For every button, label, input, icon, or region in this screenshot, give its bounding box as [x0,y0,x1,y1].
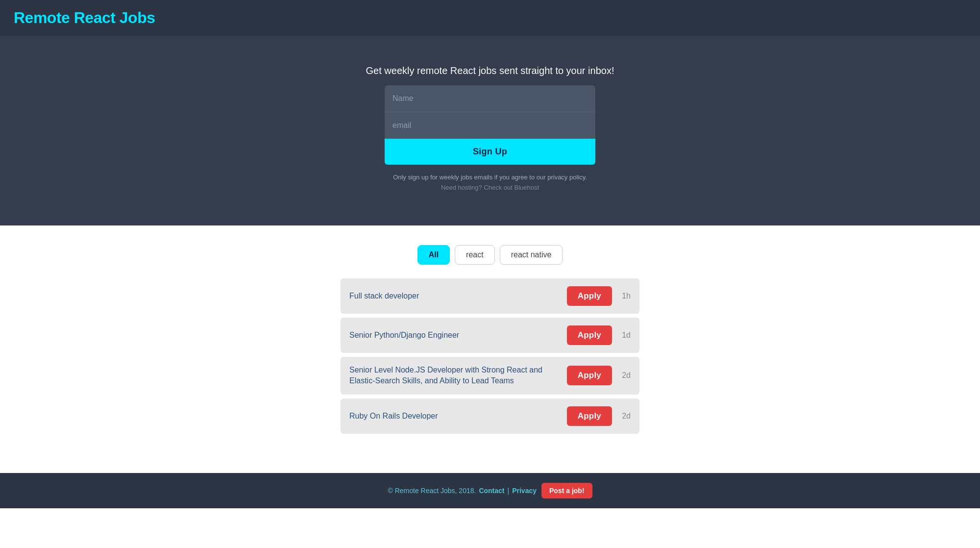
job-age: 1h [617,292,631,300]
job-age: 1d [617,331,631,340]
job-card: Ruby On Rails DeveloperApply2d [341,399,639,434]
hero-section: Get weekly remote React jobs sent straig… [0,36,980,225]
job-title: Senior Python/Django Engineer [349,330,561,341]
job-title: Ruby On Rails Developer [349,411,561,422]
footer-privacy-link[interactable]: Privacy [512,487,537,495]
fine-print: Only sign up for weekly jobs emails if y… [393,174,587,181]
footer-separator: | [508,487,510,495]
job-actions: Apply2d [567,406,631,426]
filter-bar: Allreactreact native [417,245,563,265]
apply-button[interactable]: Apply [567,286,612,306]
hero-tagline: Get weekly remote React jobs sent straig… [366,65,614,76]
job-card: Senior Python/Django EngineerApply1d [341,318,639,353]
job-title: Full stack developer [349,291,561,301]
job-age: 2d [617,412,631,421]
apply-button[interactable]: Apply [567,406,612,426]
footer-contact-link[interactable]: Contact [479,487,504,495]
job-actions: Apply2d [567,366,631,385]
apply-button[interactable]: Apply [567,325,612,345]
jobs-section: Allreactreact native Full stack develope… [0,225,980,473]
filter-btn-react-native[interactable]: react native [500,245,563,265]
site-footer: © Remote React Jobs, 2018. Contact | Pri… [0,473,980,508]
name-input[interactable] [385,85,595,112]
signup-form: Sign Up [385,85,595,165]
filter-btn-All[interactable]: All [417,245,450,265]
job-list: Full stack developerApply1hSenior Python… [341,278,639,434]
post-job-button[interactable]: Post a job! [541,483,592,498]
site-title: Remote React Jobs [14,9,155,26]
job-age: 2d [617,371,631,380]
footer-copy: © Remote React Jobs, 2018. [388,487,476,495]
filter-btn-react[interactable]: react [455,245,495,265]
site-header: Remote React Jobs [0,0,980,36]
job-actions: Apply1d [567,325,631,345]
apply-button[interactable]: Apply [567,366,612,385]
email-input[interactable] [385,112,595,139]
job-card: Senior Level Node.JS Developer with Stro… [341,357,639,395]
job-card: Full stack developerApply1h [341,278,639,314]
job-title: Senior Level Node.JS Developer with Stro… [349,365,561,387]
signup-button[interactable]: Sign Up [385,139,595,165]
hosting-text: Need hosting? Check out Bluehost [441,184,539,191]
job-actions: Apply1h [567,286,631,306]
